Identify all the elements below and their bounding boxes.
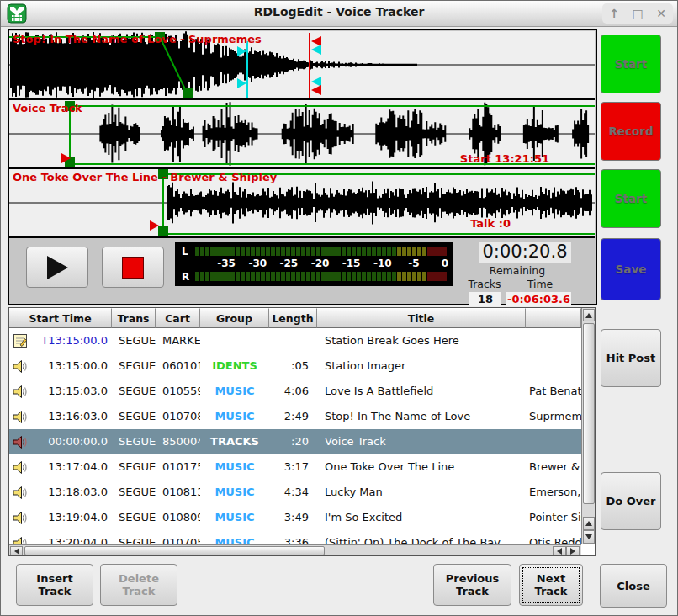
row-title: Lucky Man (317, 480, 526, 505)
log-row[interactable]: 00:00:00.0 SEGUE 850004 TRACKS :20 Voice… (9, 429, 581, 454)
hit-post-button[interactable]: Hit Post (601, 329, 661, 387)
start-track3-button[interactable]: Start (601, 169, 661, 228)
log-row[interactable]: 13:16:03.0 SEGUE 010708 MUSIC 2:49 Stop!… (9, 404, 581, 429)
scroll-right-button[interactable] (566, 546, 580, 555)
row-cart: 010813 (156, 480, 200, 505)
row-cart: 010708 (156, 404, 200, 429)
row-length: 2:49 (269, 404, 317, 429)
row-title: Station Break Goes Here (317, 328, 526, 353)
row-length: 4:06 (269, 379, 317, 404)
row-trans: SEGUE (112, 404, 156, 429)
scroll-down-button[interactable] (583, 530, 595, 544)
titlebar[interactable]: RDLogEdit - Voice Tracker ↑ □ ✕ (1, 1, 677, 27)
log-row[interactable]: 13:18:03.0 SEGUE 010813 MUSIC 4:34 Lucky… (9, 480, 581, 505)
row-title: I'm So Excited (317, 505, 526, 530)
header-length[interactable]: Length (269, 308, 317, 328)
do-over-button[interactable]: Do Over (601, 472, 661, 530)
log-row[interactable]: 13:17:04.0 SEGUE 010175 MUSIC 3:17 One T… (9, 454, 581, 480)
log-row[interactable]: 13:15:03.0 SEGUE 010559 MUSIC 4:06 Love … (9, 379, 581, 404)
row-group: MUSIC (200, 379, 269, 404)
maximize-window-icon[interactable]: □ (629, 5, 646, 22)
previous-track-button[interactable]: Previous Track (433, 564, 511, 606)
horizontal-scroll-thumb[interactable] (24, 546, 325, 555)
shade-window-icon[interactable]: ↑ (606, 5, 622, 22)
row-artist: Otis Redding (526, 530, 581, 544)
meter-left-segments (195, 247, 447, 256)
row-trans: SEGUE (112, 505, 156, 530)
scroll-up-button-2[interactable] (583, 517, 595, 530)
scroll-left-button[interactable] (10, 546, 23, 555)
log-row[interactable]: 13:20:04.0 SEGUE 010705 MUSIC 3:36 (Sitt… (9, 530, 581, 544)
start-track1-button[interactable]: Start (601, 35, 661, 93)
row-cart: 010175 (156, 454, 200, 480)
close-window-icon[interactable]: ✕ (653, 5, 670, 22)
tracks-remaining-value: 18 (469, 292, 501, 306)
log-row[interactable]: 13:19:04.0 SEGUE 010809 MUSIC 3:49 I'm S… (9, 505, 581, 530)
delete-track-button: Delete Track (100, 564, 177, 606)
log-row[interactable]: 13:15:00.0 SEGUE 060101 IDENTS :05 Stati… (9, 353, 581, 379)
log-table: Start Time Trans Cart Group Length Title… (8, 307, 596, 556)
row-start-time: 00:00:00.0 (31, 429, 112, 454)
horizontal-scrollbar[interactable] (9, 544, 581, 555)
stop-icon (122, 257, 144, 279)
arrow-up-icon (585, 521, 592, 526)
row-trans: SEGUE (112, 328, 156, 353)
scroll-up-button[interactable] (583, 309, 595, 321)
header-group[interactable]: Group (200, 308, 269, 328)
row-start-time: 13:16:03.0 (31, 404, 112, 429)
cue-marker-icon (237, 78, 246, 88)
row-type-icon (9, 530, 31, 544)
row-artist: Pat Benatar (526, 379, 581, 404)
waveform-track-incoming[interactable]: One Toke Over The Line - Brewer & Shiple… (9, 169, 595, 238)
header-start-time[interactable]: Start Time (9, 308, 112, 328)
row-title: One Toke Over The Line (317, 454, 526, 480)
log-row[interactable]: T13:15:00.0 SEGUE MARKER Station Break G… (9, 328, 581, 353)
insert-track-button[interactable]: Insert Track (16, 564, 93, 606)
row-group: MUSIC (200, 404, 269, 429)
vertical-scrollbar[interactable] (581, 308, 595, 544)
row-group: MUSIC (200, 480, 269, 505)
row-title: Love Is A Battlefield (317, 379, 526, 404)
header-artist[interactable] (526, 308, 581, 328)
arrow-left-icon (557, 548, 562, 555)
record-button[interactable]: Record (601, 102, 661, 161)
time-label: Time (507, 278, 573, 290)
row-artist: Suprmemes (526, 404, 581, 429)
close-button[interactable]: Close (600, 564, 667, 608)
arrow-down-icon (585, 534, 592, 539)
row-artist (526, 429, 581, 454)
play-button[interactable] (26, 247, 88, 288)
vertical-scroll-thumb[interactable] (583, 323, 595, 504)
end-marker-icon (311, 85, 321, 95)
row-trans: SEGUE (112, 530, 156, 544)
meter-right-label: R (182, 271, 189, 283)
header-title[interactable]: Title (317, 308, 526, 328)
waveform-track-voice[interactable]: Voice Track Start 13:21:51 (9, 100, 595, 169)
next-track-button[interactable]: Next Track (519, 564, 583, 606)
row-group: MUSIC (200, 530, 269, 544)
row-title: (Sittin' On) The Dock of The Bay (317, 530, 526, 544)
cue-marker-icon (237, 46, 246, 56)
row-start-time: 13:15:00.0 (31, 353, 112, 379)
row-trans: SEGUE (112, 454, 156, 480)
row-type-icon (9, 454, 31, 480)
cue-marker-icon (311, 45, 321, 55)
arrow-up-icon (585, 313, 592, 318)
track3-talk-label: Talk :0 (470, 217, 511, 230)
log-table-body: T13:15:00.0 SEGUE MARKER Station Break G… (9, 328, 581, 544)
row-type-icon (9, 480, 31, 505)
header-cart[interactable]: Cart (156, 308, 200, 328)
row-length: :05 (269, 353, 317, 379)
fade-handle-icon (183, 88, 193, 98)
scroll-left-button-2[interactable] (553, 546, 566, 555)
end-marker-icon (311, 36, 321, 46)
stop-button[interactable] (102, 247, 164, 288)
waveform-track-outgoing[interactable]: Stop! In The Name of Love - Suprmemes (9, 31, 595, 100)
track3-title: One Toke Over The Line - Brewer & Shiple… (13, 171, 277, 183)
row-title: Voice Track (317, 429, 526, 454)
row-length: 3:17 (269, 454, 317, 480)
save-button[interactable]: Save (601, 238, 661, 300)
row-length: :20 (269, 429, 317, 454)
header-trans[interactable]: Trans (112, 308, 156, 328)
log-table-header: Start Time Trans Cart Group Length Title (9, 308, 581, 328)
